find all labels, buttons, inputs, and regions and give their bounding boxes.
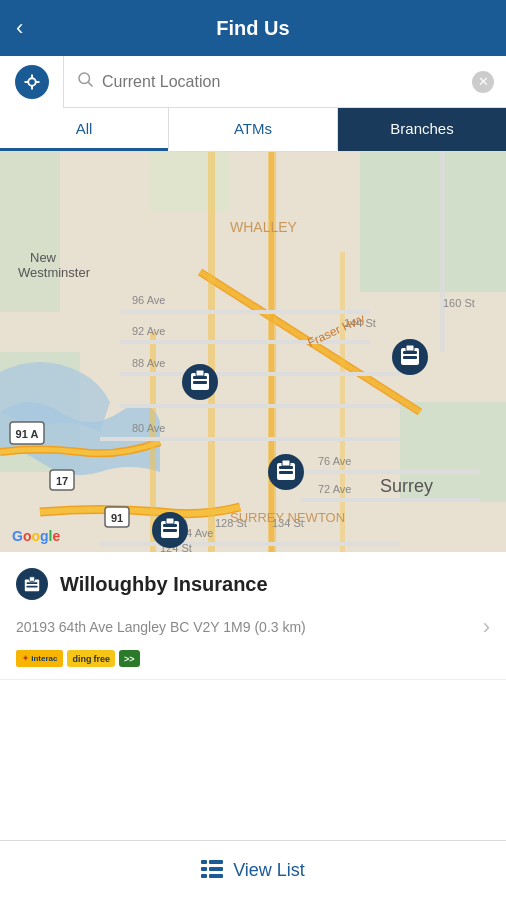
svg-rect-19 (120, 310, 370, 314)
svg-rect-75 (29, 577, 34, 582)
clear-button[interactable]: ✕ (472, 71, 494, 93)
badge-dingfree: ding free (67, 650, 115, 667)
svg-text:New: New (30, 250, 57, 265)
current-location-button[interactable] (0, 56, 64, 108)
svg-text:160 St: 160 St (443, 297, 475, 309)
svg-rect-65 (279, 471, 293, 474)
svg-rect-79 (209, 867, 223, 871)
svg-text:88 Ave: 88 Ave (132, 357, 165, 369)
svg-text:76 Ave: 76 Ave (318, 455, 351, 467)
result-chevron-icon[interactable]: › (483, 614, 490, 640)
svg-rect-23 (100, 437, 400, 441)
view-list-bar[interactable]: View List (0, 840, 506, 900)
svg-text:91 A: 91 A (16, 428, 39, 440)
result-badges: ✦ interac ding free >> (16, 650, 490, 667)
result-icon (16, 568, 48, 600)
view-list-label: View List (233, 860, 305, 881)
svg-rect-55 (193, 381, 207, 384)
tab-all[interactable]: All (0, 108, 168, 151)
svg-point-5 (79, 73, 90, 84)
svg-rect-81 (209, 874, 223, 878)
location-icon (15, 65, 49, 99)
svg-rect-76 (201, 860, 207, 864)
svg-rect-66 (282, 460, 290, 466)
search-input[interactable] (102, 73, 472, 91)
svg-text:92 Ave: 92 Ave (132, 325, 165, 337)
header: ‹ Find Us (0, 0, 506, 56)
svg-rect-11 (0, 152, 60, 312)
svg-rect-21 (120, 372, 400, 376)
back-button[interactable]: ‹ (16, 15, 23, 41)
svg-rect-24 (300, 470, 480, 474)
svg-text:96 Ave: 96 Ave (132, 294, 165, 306)
svg-rect-14 (269, 152, 274, 552)
tab-branches[interactable]: Branches (338, 108, 506, 151)
svg-rect-20 (120, 340, 370, 344)
svg-text:Westminster: Westminster (18, 265, 91, 280)
svg-text:Surrey: Surrey (380, 476, 433, 496)
page-title: Find Us (216, 17, 289, 40)
badge-extra: >> (119, 650, 140, 667)
result-card[interactable]: Willoughby Insurance 20193 64th Ave Lang… (0, 552, 506, 680)
svg-rect-15 (208, 152, 215, 552)
svg-rect-78 (201, 867, 207, 871)
result-address-row: 20193 64th Ave Langley BC V2Y 1M9 (0.3 k… (16, 608, 490, 650)
svg-text:SURREY NEWTON: SURREY NEWTON (230, 510, 345, 525)
svg-rect-25 (300, 498, 480, 502)
svg-rect-22 (120, 404, 400, 408)
svg-rect-8 (360, 152, 506, 292)
svg-text:WHALLEY: WHALLEY (230, 219, 298, 235)
result-name: Willoughby Insurance (60, 573, 268, 596)
svg-line-6 (88, 82, 92, 86)
badge-interac: ✦ interac (16, 650, 63, 667)
search-icon (76, 70, 94, 93)
svg-text:72 Ave: 72 Ave (318, 483, 351, 495)
svg-rect-17 (340, 252, 345, 552)
svg-rect-71 (166, 518, 174, 524)
svg-rect-61 (406, 345, 414, 351)
svg-rect-12 (150, 152, 230, 212)
svg-rect-56 (196, 370, 204, 376)
tab-atms[interactable]: ATMs (168, 108, 338, 151)
svg-rect-80 (201, 874, 207, 878)
list-icon (201, 858, 223, 884)
svg-rect-74 (27, 586, 38, 588)
svg-point-0 (28, 78, 36, 86)
map[interactable]: 96 Ave 92 Ave 88 Ave 80 Ave 76 Ave 72 Av… (0, 152, 506, 552)
svg-rect-26 (100, 542, 400, 546)
search-input-wrap: ✕ (64, 70, 506, 93)
svg-rect-73 (27, 582, 38, 584)
svg-rect-18 (440, 152, 445, 352)
svg-text:17: 17 (56, 475, 68, 487)
svg-rect-70 (163, 529, 177, 532)
result-address: 20193 64th Ave Langley BC V2Y 1M9 (0.3 k… (16, 619, 475, 635)
google-logo: Google (12, 528, 60, 544)
result-header: Willoughby Insurance (16, 568, 490, 600)
svg-rect-77 (209, 860, 223, 864)
svg-text:91: 91 (111, 512, 123, 524)
svg-rect-60 (403, 356, 417, 359)
search-bar: ✕ (0, 56, 506, 108)
tabs-bar: All ATMs Branches (0, 108, 506, 152)
spacer (0, 680, 506, 740)
svg-text:80 Ave: 80 Ave (132, 422, 165, 434)
